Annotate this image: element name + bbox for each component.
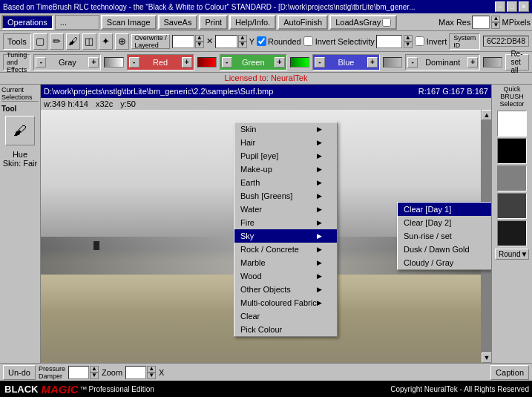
pressure-input[interactable]: 0 [68,366,89,379]
green-minus[interactable]: - [222,57,232,68]
submenu-item-1[interactable]: Clear [Day 2] [398,216,491,229]
help-menu[interactable]: Help/Info. [229,15,276,30]
menu-bar: Operations ... Scan Image SaveAs Print H… [0,13,532,31]
submenu-item-4[interactable]: Cloudy / Gray [398,256,491,269]
max-res-label: Max Res [439,18,470,27]
max-res-down[interactable]: ▼ [491,22,500,29]
red-minus[interactable]: - [129,57,139,68]
bottom-bar: Un-do Pressure Damper 0 ▲ ▼ Zoom 1 ▲ ▼ X… [0,363,532,381]
zoom-tool[interactable]: ⊕ [115,33,129,50]
current-selections-section: Current Selections [0,85,40,103]
brush-sample-dark[interactable] [497,193,527,219]
tools-label: Tools [3,33,31,50]
brush-sample-gray[interactable] [497,165,527,191]
operations-menu[interactable]: Operations [1,15,53,30]
context-menu-item-7[interactable]: Fire▶ [234,216,337,229]
context-menu-item-8[interactable]: Sky▶ [234,229,337,243]
blue-plus[interactable]: + [367,57,378,68]
caption-button[interactable]: Caption [490,365,529,380]
round-button[interactable]: Round▼ [495,249,529,260]
gray-plus[interactable]: + [88,57,99,68]
size-y-group: 20 ▲ ▼ [215,35,247,48]
scroll-down-button[interactable]: ▼ [482,352,491,363]
blue-minus[interactable]: - [315,57,325,68]
context-menu-item-4[interactable]: Earth▶ [234,176,337,189]
erase-tool[interactable]: ◫ [82,33,96,50]
zoom-input[interactable]: 1 [125,366,146,379]
pick-tool[interactable]: ✦ [99,33,113,50]
gray-minus[interactable]: - [36,57,46,68]
context-menu-item-0[interactable]: Skin▶ [234,122,337,136]
selectivity-down[interactable]: ▼ [404,42,413,48]
gray-label: Gray [47,58,88,67]
context-menu-item-11[interactable]: Wood▶ [234,269,337,283]
context-menu-item-12[interactable]: Other Objects▶ [234,283,337,296]
current-tool-button[interactable]: 🖌 [5,116,35,145]
magic-label: MAGIC [42,383,79,396]
btn2-menu[interactable]: ... [55,15,99,30]
system-id-value: 6C22:DB48 [483,36,529,47]
invert2-checkbox[interactable] [415,36,424,46]
scan-image-menu[interactable]: Scan Image [101,15,157,30]
context-menu-item-5[interactable]: Bush [Greens]▶ [234,189,337,203]
tm-label: ™ [80,385,88,393]
maximize-button[interactable]: □ [507,1,517,12]
context-menu-item-1[interactable]: Hair▶ [234,136,337,149]
load-as-gray-checkbox[interactable] [382,18,391,27]
left-panel: Current Selections Tool 🖌 Hue Skin: Fair [0,85,41,363]
context-menu-item-2[interactable]: Pupil [eye]▶ [234,149,337,163]
context-menu-item-13[interactable]: Multi-coloured Fabric▶ [234,296,337,309]
minimize-button[interactable]: − [495,1,505,12]
context-menu-item-14[interactable]: Clear [234,309,337,323]
zoom-group: 1 ▲ ▼ [125,366,156,379]
reset-all-button[interactable]: Re-set all [505,54,529,70]
load-as-gray-menu[interactable]: LoadAsGray [329,15,397,30]
green-slider[interactable] [290,57,309,68]
context-menu-item-6[interactable]: Water▶ [234,203,337,216]
close-button[interactable]: ✕ [519,1,529,12]
pressure-down[interactable]: ▼ [90,373,99,379]
green-plus[interactable]: + [275,57,285,68]
submenu-item-3[interactable]: Dusk / Dawn Gold [398,243,491,256]
dominant-slider[interactable] [483,57,502,68]
zoom-down[interactable]: ▼ [147,373,156,379]
context-menu-item-10[interactable]: Marble▶ [234,256,337,269]
invert1-checkbox[interactable] [303,36,313,46]
size-y-down[interactable]: ▼ [238,42,247,48]
size-x-input[interactable]: 20 [172,35,194,48]
print-menu[interactable]: Print [199,15,228,30]
undo-button[interactable]: Un-do [3,365,36,380]
max-res-input[interactable]: 4 [472,16,490,29]
rounded-checkbox[interactable] [257,36,266,46]
dominant-plus[interactable]: + [467,57,478,68]
footer-logo: BLACK MAGIC ™ Professional Edition [3,383,154,396]
brush-sample-darkest[interactable] [497,220,527,246]
size-x-down[interactable]: ▼ [195,42,204,48]
red-channel: - Red + [127,54,194,70]
paint-tool[interactable]: ✏ [50,33,64,50]
image-path-bar: D:\work\projects\nstlg\tbrLite\bm_generi… [41,85,491,98]
context-menu-item-15[interactable]: Pick Colour [234,323,337,336]
brush-sample-white[interactable] [497,111,527,137]
submenu-item-2[interactable]: Sun-rise / set [398,229,491,243]
auto-finish-menu[interactable]: AutoFinish [278,15,328,30]
quick-brush-label: Quick BRUSH Selector [499,86,524,108]
fill-tool[interactable]: 🖌 [66,33,80,50]
context-menu-item-9[interactable]: Rock / Concrete▶ [234,243,337,256]
save-as-menu[interactable]: SaveAs [158,15,198,30]
gray-slider[interactable] [104,57,123,68]
select-tool[interactable]: ▢ [33,33,47,50]
rounded-group: Rounded [257,36,301,46]
selectivity-input[interactable]: 255 [376,35,402,48]
context-menu-item-3[interactable]: Make-up▶ [234,163,337,176]
blue-slider[interactable] [383,57,402,68]
red-plus[interactable]: + [182,57,192,68]
overwrite-layered-button[interactable]: Overwrite / Layered [131,34,170,49]
size-y-input[interactable]: 20 [215,35,237,48]
dominant-minus[interactable]: - [407,57,418,68]
red-slider[interactable] [197,57,217,68]
submenu-item-0[interactable]: Clear [Day 1] [398,203,491,216]
rounded-label: Rounded [268,37,301,46]
brush-sample-black[interactable] [497,138,527,164]
scroll-up-button[interactable]: ▲ [482,110,491,120]
